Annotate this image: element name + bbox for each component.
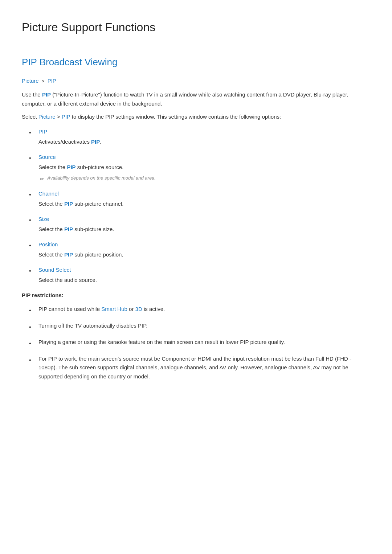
intro2-pip-link[interactable]: PIP <box>62 114 70 120</box>
intro-paragraph-1: Use the PIP ("Picture-In-Picture") funct… <box>22 90 370 108</box>
restriction-item-4: • For PIP to work, the main screen's sou… <box>29 354 370 381</box>
note-text: Availability depends on the specific mod… <box>47 175 156 182</box>
restriction-bullet-3: • <box>29 339 36 348</box>
restriction-text-1: PIP cannot be used while Smart Hub or 3D… <box>38 305 370 314</box>
list-item-pip: • PIP Activates/deactivates PIP. <box>29 127 370 146</box>
page-title: Picture Support Functions <box>22 18 370 40</box>
size-content: Size Select the PIP sub-picture size. <box>38 215 370 234</box>
list-item-channel: • Channel Select the PIP sub-picture cha… <box>29 189 370 208</box>
intro1-prefix: Use the <box>22 91 42 98</box>
source-note: ✏ Availability depends on the specific m… <box>38 175 370 183</box>
pip-content: PIP Activates/deactivates PIP. <box>38 127 370 146</box>
restriction-text-3: Playing a game or using the karaoke feat… <box>38 338 370 347</box>
restriction-item-3: • Playing a game or using the karaoke fe… <box>29 338 370 348</box>
intro1-pip: PIP <box>42 91 51 98</box>
restriction-bullet-4: • <box>29 356 36 365</box>
bullet-channel: • <box>29 190 36 200</box>
position-desc-highlight: PIP <box>64 251 73 258</box>
channel-desc-highlight: PIP <box>64 201 73 207</box>
list-item-source: • Source Selects the PIP sub-picture sou… <box>29 153 370 183</box>
position-title: Position <box>38 240 370 249</box>
breadcrumb-separator: > <box>42 78 45 84</box>
channel-desc: Select the PIP sub-picture channel. <box>38 200 370 208</box>
restriction-item-1: • PIP cannot be used while Smart Hub or … <box>29 305 370 315</box>
note-icon: ✏ <box>40 175 44 183</box>
intro-paragraph-2: Select Picture > PIP to display the PIP … <box>22 112 370 122</box>
list-item-position: • Position Select the PIP sub-picture po… <box>29 240 370 259</box>
bullet-source: • <box>29 153 36 163</box>
source-desc-highlight: PIP <box>67 164 75 170</box>
breadcrumb: Picture > PIP <box>22 77 370 85</box>
smart-hub-link[interactable]: Smart Hub <box>101 306 127 312</box>
bullet-sound-select: • <box>29 266 36 276</box>
bullet-position: • <box>29 241 36 250</box>
channel-title: Channel <box>38 189 370 198</box>
position-content: Position Select the PIP sub-picture posi… <box>38 240 370 259</box>
intro2-prefix: Select <box>22 114 38 120</box>
source-title: Source <box>38 153 370 161</box>
bullet-pip: • <box>29 128 36 138</box>
position-desc: Select the PIP sub-picture position. <box>38 250 370 259</box>
restriction-text-2: Turning off the TV automatically disable… <box>38 321 370 331</box>
intro1-middle: ("Picture-In-Picture") function to watch… <box>22 91 348 107</box>
size-desc-highlight: PIP <box>64 226 73 232</box>
sound-select-desc: Select the audio source. <box>38 276 370 284</box>
sound-select-title: Sound Select <box>38 266 370 274</box>
intro2-picture-link[interactable]: Picture <box>38 114 56 120</box>
restriction-item-2: • Turning off the TV automatically disab… <box>29 321 370 332</box>
breadcrumb-pip-link[interactable]: PIP <box>48 78 56 84</box>
restrictions-title: PIP restrictions: <box>22 291 370 300</box>
restriction-bullet-1: • <box>29 306 36 315</box>
restrictions-list: • PIP cannot be used while Smart Hub or … <box>29 305 370 381</box>
sound-select-content: Sound Select Select the audio source. <box>38 266 370 284</box>
options-list: • PIP Activates/deactivates PIP. • Sourc… <box>29 127 370 284</box>
restriction-text-4: For PIP to work, the main screen's sourc… <box>38 354 370 381</box>
bullet-size: • <box>29 216 36 225</box>
list-item-sound-select: • Sound Select Select the audio source. <box>29 266 370 284</box>
channel-content: Channel Select the PIP sub-picture chann… <box>38 189 370 208</box>
restriction-bullet-2: • <box>29 323 36 332</box>
intro2-separator: > <box>56 114 62 120</box>
size-desc: Select the PIP sub-picture size. <box>38 225 370 234</box>
source-desc: Selects the PIP sub-picture source. <box>38 163 370 172</box>
pip-title: PIP <box>38 127 370 136</box>
intro2-suffix: to display the PIP settings window. This… <box>70 114 281 120</box>
breadcrumb-picture-link[interactable]: Picture <box>22 78 39 84</box>
3d-link[interactable]: 3D <box>135 306 142 312</box>
source-content: Source Selects the PIP sub-picture sourc… <box>38 153 370 183</box>
size-title: Size <box>38 215 370 223</box>
pip-desc-highlight: PIP <box>91 139 100 145</box>
pip-desc: Activates/deactivates PIP. <box>38 138 370 146</box>
list-item-size: • Size Select the PIP sub-picture size. <box>29 215 370 234</box>
section-title: PIP Broadcast Viewing <box>22 55 370 70</box>
